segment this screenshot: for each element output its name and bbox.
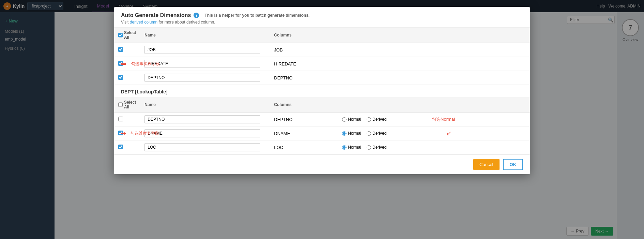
emp-deptno-name-input[interactable] bbox=[144, 74, 260, 82]
dept-deptno-normal-radio[interactable] bbox=[342, 117, 347, 122]
dept-type-header bbox=[338, 97, 530, 113]
emp-table: Select All Name Columns bbox=[114, 28, 530, 85]
dept-loc-derived-radio[interactable] bbox=[367, 145, 371, 150]
dept-section: DEPT [LookupTable] Select All Name Col bbox=[114, 85, 530, 154]
modal-dialog: Auto Generate Dimensions i This is a hel… bbox=[114, 7, 530, 174]
visit-prefix: Visit bbox=[121, 20, 128, 25]
name-header: Name bbox=[140, 28, 270, 43]
emp-deptno-checkbox[interactable] bbox=[118, 75, 123, 80]
hiredate-arrow-icon: ➡ bbox=[121, 60, 127, 68]
emp-select-all-checkbox[interactable] bbox=[118, 33, 123, 38]
ok-button[interactable]: OK bbox=[503, 159, 523, 170]
normal-annotation-text: 勾选Normal bbox=[432, 116, 455, 122]
dept-loc-normal-radio[interactable] bbox=[342, 145, 347, 150]
cancel-button[interactable]: Cancel bbox=[473, 159, 499, 170]
dept-deptno-column: DEPTNO bbox=[270, 113, 338, 126]
dept-loc-type-group: Normal Derived bbox=[342, 145, 526, 150]
modal-overlay: Auto Generate Dimensions i This is a hel… bbox=[0, 0, 644, 239]
info-icon: i bbox=[194, 13, 199, 18]
dept-select-all-label[interactable]: Select All bbox=[118, 100, 136, 109]
hiredate-annotation: 勾选事实表字段 bbox=[131, 61, 160, 67]
dept-deptno-derived-radio[interactable] bbox=[367, 117, 371, 122]
modal-footer: Cancel OK bbox=[114, 154, 530, 174]
columns-header: Columns bbox=[270, 28, 338, 43]
emp-hiredate-name-input[interactable] bbox=[144, 60, 260, 68]
dept-dname-normal-label[interactable]: Normal bbox=[342, 131, 361, 136]
emp-job-column: JOB bbox=[270, 43, 338, 57]
dept-deptno-name-input[interactable] bbox=[144, 115, 260, 123]
dept-deptno-checkbox[interactable] bbox=[118, 117, 123, 121]
dname-arrow-icon: ➡ bbox=[121, 130, 126, 137]
dept-table: Select All Name Columns bbox=[114, 97, 530, 154]
modal-body: Select All Name Columns bbox=[114, 28, 530, 154]
emp-deptno-row: DEPTNO bbox=[114, 71, 530, 85]
dept-loc-row: LOC Normal Derived bbox=[114, 140, 530, 154]
dname-annotation: 勾选维度表字段 bbox=[131, 131, 159, 136]
dept-dname-row: ➡ 勾选维度表字段 DNAME ↙ bbox=[114, 126, 530, 140]
dept-select-all-checkbox[interactable] bbox=[118, 102, 123, 107]
dept-dname-derived-radio[interactable] bbox=[367, 131, 371, 136]
modal-help-text: Visit derived column for more about deri… bbox=[121, 20, 523, 25]
dept-loc-derived-label[interactable]: Derived bbox=[367, 145, 386, 150]
modal-header: Auto Generate Dimensions i This is a hel… bbox=[114, 7, 530, 28]
dept-dname-derived-label[interactable]: Derived bbox=[367, 131, 386, 136]
dept-deptno-derived-label[interactable]: Derived bbox=[367, 117, 386, 122]
dept-name-header: Name bbox=[140, 97, 270, 113]
dept-columns-header: Columns bbox=[270, 97, 338, 113]
dname-normal-arrow-icon: ↙ bbox=[446, 130, 451, 137]
dept-loc-column: LOC bbox=[270, 140, 338, 154]
dept-dname-normal-radio[interactable] bbox=[342, 131, 347, 136]
emp-hiredate-row: ➡ 勾选事实表字段 HIREDATE bbox=[114, 57, 530, 71]
emp-job-checkbox[interactable] bbox=[118, 47, 123, 52]
modal-subtitle: This is a helper for you to batch genera… bbox=[204, 13, 309, 18]
modal-title-text: Auto Generate Dimensions bbox=[121, 12, 191, 18]
dept-dname-name-input[interactable] bbox=[144, 129, 260, 137]
emp-select-all-label[interactable]: Select All bbox=[118, 30, 136, 40]
emp-section: Select All Name Columns bbox=[114, 28, 530, 85]
dept-dname-type-group: Normal Derived bbox=[342, 131, 526, 136]
scroll-spacer bbox=[338, 28, 530, 43]
emp-deptno-column: DEPTNO bbox=[270, 71, 338, 85]
dept-deptno-normal-label[interactable]: Normal bbox=[342, 117, 361, 122]
link-suffix: for more about derived column. bbox=[159, 20, 215, 25]
modal-title-row: Auto Generate Dimensions i This is a hel… bbox=[121, 12, 523, 18]
dept-loc-normal-label[interactable]: Normal bbox=[342, 145, 361, 150]
dept-section-title: DEPT [LookupTable] bbox=[114, 85, 530, 97]
dept-loc-checkbox[interactable] bbox=[118, 145, 123, 149]
dept-deptno-row: DEPTNO 勾选Normal Normal bbox=[114, 113, 530, 126]
emp-job-name-input[interactable] bbox=[144, 46, 260, 54]
emp-hiredate-column: HIREDATE bbox=[270, 57, 338, 71]
dept-dname-column: DNAME bbox=[270, 126, 338, 140]
emp-job-row: JOB bbox=[114, 43, 530, 57]
derived-column-link[interactable]: derived column bbox=[130, 20, 157, 25]
dept-loc-name-input[interactable] bbox=[144, 143, 260, 151]
